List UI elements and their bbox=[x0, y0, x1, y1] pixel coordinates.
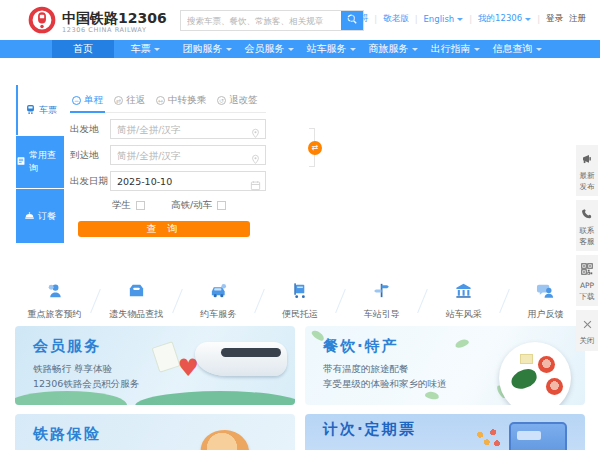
qr-code-icon bbox=[581, 260, 593, 279]
confetti-decoration bbox=[475, 428, 501, 450]
divider: | bbox=[537, 14, 540, 24]
card-pass-tickets[interactable]: 计次·定期票 bbox=[305, 414, 585, 450]
nav-item-group-purchase[interactable]: 团购服务 bbox=[176, 40, 238, 58]
date-input[interactable] bbox=[111, 176, 265, 187]
nav-item-info-query[interactable]: 信息查询 bbox=[486, 40, 548, 58]
date-label: 出发日期 bbox=[70, 175, 110, 188]
query-button[interactable]: 查 询 bbox=[78, 221, 250, 237]
train-icon bbox=[25, 104, 36, 117]
my12306-menu[interactable]: 我的12306 bbox=[478, 13, 531, 25]
location-pin-icon bbox=[250, 124, 261, 143]
float-toolbar: 最新发布 联系客服 bbox=[576, 145, 598, 351]
megaphone-icon bbox=[581, 150, 594, 169]
nav-item-business-travel[interactable]: 商旅服务 bbox=[362, 40, 424, 58]
nav-item-tickets[interactable]: 车票 bbox=[114, 40, 176, 58]
service-car-hailing[interactable]: 约车服务 bbox=[178, 281, 259, 321]
quick-services: 重点旅客预约 遗失物品查找 约车服 bbox=[14, 281, 586, 321]
student-checkbox[interactable]: 学生 bbox=[112, 199, 145, 212]
card-title: 铁路保险 bbox=[33, 425, 101, 444]
checkbox-icon bbox=[136, 201, 145, 210]
query-icon bbox=[16, 156, 26, 168]
header: 中国铁路12306 12306 CHINA RAILWAY 无障碍 | 敬老版 … bbox=[0, 0, 600, 40]
register-link[interactable]: 注册 bbox=[569, 13, 586, 25]
service-priority-passenger[interactable]: 重点旅客预约 bbox=[14, 281, 95, 321]
leaf-decoration bbox=[424, 391, 439, 400]
highspeed-checkbox[interactable]: 高铁/动车 bbox=[171, 199, 226, 212]
chevron-down-icon bbox=[536, 48, 542, 51]
phone-icon bbox=[581, 205, 593, 224]
divider: | bbox=[374, 14, 377, 24]
lost-item-icon bbox=[127, 281, 146, 304]
service-station-showcase[interactable]: 站车风采 bbox=[423, 281, 504, 321]
nav-item-home[interactable]: 首页 bbox=[52, 40, 114, 58]
service-luggage-shipping[interactable]: 便民托运 bbox=[260, 281, 341, 321]
logo[interactable]: 中国铁路12306 12306 CHINA RAILWAY bbox=[28, 6, 167, 38]
service-station-guide[interactable]: 车站引导 bbox=[341, 281, 422, 321]
tab-transfer[interactable]: ↔ 中转换乘 bbox=[156, 94, 206, 107]
logo-subtitle: 12306 CHINA RAILWAY bbox=[62, 26, 167, 34]
chevron-down-icon bbox=[474, 48, 480, 51]
signpost-icon bbox=[372, 281, 391, 304]
service-lost-items[interactable]: 遗失物品查找 bbox=[96, 281, 177, 321]
nav-item-travel-guide[interactable]: 出行指南 bbox=[424, 40, 486, 58]
chevron-down-icon bbox=[154, 48, 160, 51]
booking-form: − 单程 ⇄ 往返 ↔ 中转换乘 ↺ 退改签 出发地 bbox=[70, 92, 266, 237]
arrival-field bbox=[110, 145, 266, 165]
card-title: 餐饮·特产 bbox=[323, 337, 399, 356]
departure-field bbox=[110, 119, 266, 139]
contact-support-button[interactable]: 联系客服 bbox=[576, 200, 598, 251]
card-title: 计次·定期票 bbox=[323, 420, 416, 439]
language-select[interactable]: English bbox=[424, 14, 464, 24]
trip-type-tabs: − 单程 ⇄ 往返 ↔ 中转换乘 ↺ 退改签 bbox=[70, 92, 266, 113]
card-railway-insurance[interactable]: 铁路保险 用心呵护 放心出行 bbox=[15, 414, 295, 450]
chevron-down-icon bbox=[288, 48, 294, 51]
app-download-button[interactable]: APP下载 bbox=[576, 255, 598, 306]
chevron-down-icon bbox=[457, 18, 463, 21]
sidebar-item-meal-order[interactable]: 订餐 bbox=[16, 189, 64, 243]
close-icon bbox=[582, 315, 593, 334]
latest-release-button[interactable]: 最新发布 bbox=[576, 145, 598, 196]
header-links: 无障碍 | 敬老版 | English | 我的12306 | 登录 注册 bbox=[343, 13, 586, 25]
sidebar-item-common-queries[interactable]: 常用查询 bbox=[16, 136, 64, 188]
shield-decoration bbox=[198, 427, 252, 450]
login-link[interactable]: 登录 bbox=[546, 13, 563, 25]
nav-item-membership[interactable]: 会员服务 bbox=[238, 40, 300, 58]
accessibility-link[interactable]: 无障碍 bbox=[343, 13, 369, 25]
elder-mode-link[interactable]: 敬老版 bbox=[383, 13, 409, 25]
departure-label: 出发地 bbox=[70, 123, 110, 136]
departure-input[interactable] bbox=[111, 124, 265, 135]
close-toolbar-button[interactable]: 关闭 bbox=[576, 310, 598, 351]
tab-one-way[interactable]: − 单程 bbox=[72, 94, 103, 107]
tomato-decoration bbox=[546, 378, 563, 395]
luggage-cart-icon bbox=[291, 281, 310, 304]
swap-stations-button[interactable]: ⇄ bbox=[308, 141, 322, 155]
page: 中国铁路12306 12306 CHINA RAILWAY 无障碍 | 敬老版 … bbox=[0, 0, 600, 450]
date-field bbox=[110, 171, 266, 191]
divider: | bbox=[415, 14, 418, 24]
card-membership[interactable]: ♥ 会员服务 铁路畅行 尊享体验 12306铁路会员积分服务 bbox=[15, 326, 295, 405]
refund-icon: ↺ bbox=[217, 96, 226, 105]
tab-refund-change[interactable]: ↺ 退改签 bbox=[217, 94, 258, 107]
card-subtitle: 享受星级的体验和家乡的味道 bbox=[323, 378, 447, 391]
sidebar-item-tickets[interactable]: 车票 bbox=[16, 85, 64, 135]
transfer-icon: ↔ bbox=[156, 96, 165, 105]
china-railway-emblem-icon bbox=[28, 6, 56, 38]
chevron-down-icon bbox=[350, 48, 356, 51]
logo-text: 中国铁路12306 12306 CHINA RAILWAY bbox=[62, 10, 167, 34]
nav-item-station-services[interactable]: 站车服务 bbox=[300, 40, 362, 58]
tomato-decoration bbox=[538, 356, 555, 373]
one-way-icon: − bbox=[72, 96, 81, 105]
tab-round-trip[interactable]: ⇄ 往返 bbox=[114, 94, 145, 107]
search-input[interactable] bbox=[181, 11, 341, 30]
arrival-input[interactable] bbox=[111, 150, 265, 161]
chevron-down-icon bbox=[525, 18, 531, 21]
cheese-decoration bbox=[520, 354, 533, 364]
chevron-down-icon bbox=[412, 48, 418, 51]
station-building-icon bbox=[454, 281, 473, 304]
calendar-icon bbox=[250, 176, 261, 195]
meal-icon bbox=[24, 210, 35, 223]
service-user-feedback[interactable]: 用户反馈 bbox=[505, 281, 586, 321]
pass-card-decoration bbox=[509, 422, 567, 450]
round-trip-icon: ⇄ bbox=[114, 96, 123, 105]
card-dining-specialty[interactable]: 餐饮·特产 带有温度的旅途配餐 享受星级的体验和家乡的味道 bbox=[305, 326, 585, 405]
